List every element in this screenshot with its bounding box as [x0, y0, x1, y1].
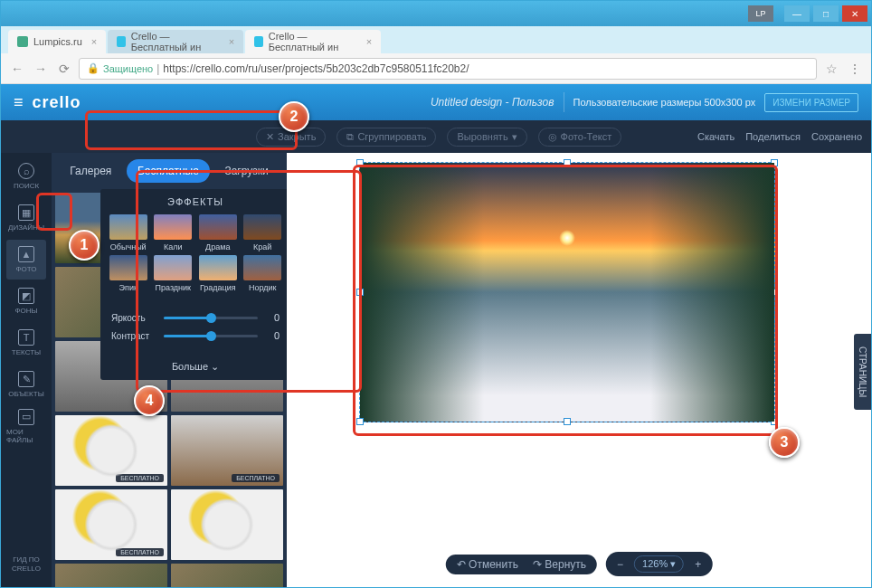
redo-button[interactable]: ↷ Вернуть: [529, 558, 590, 571]
rail-myfiles[interactable]: ▭МОИ ФАЙЛЫ: [6, 406, 46, 446]
close-icon[interactable]: ×: [229, 36, 234, 47]
free-badge: БЕСПЛАТНО: [116, 474, 164, 482]
forward-button[interactable]: →: [32, 60, 50, 78]
gallery-thumb[interactable]: [55, 564, 167, 587]
gallery-thumb[interactable]: БЕСПЛАТНО: [171, 415, 283, 486]
tab-title: Crello — Бесплатный ин: [131, 31, 220, 52]
hamburger-icon[interactable]: ≡: [14, 93, 24, 112]
fx-epic[interactable]: Эпик: [108, 255, 149, 292]
maximize-button[interactable]: □: [813, 5, 839, 22]
close-window-button[interactable]: ✕: [842, 5, 867, 22]
document-title[interactable]: Untitled design - Пользов: [431, 96, 554, 109]
align-button[interactable]: Выровнять ▾: [447, 128, 526, 147]
backgrounds-icon: ◩: [18, 288, 34, 304]
callout-3: 3: [769, 427, 800, 458]
resize-button[interactable]: ИЗМЕНИ РАЗМЕР: [764, 93, 858, 112]
fx-drama[interactable]: Драма: [197, 214, 239, 251]
lp-badge: LP: [748, 5, 773, 22]
reload-button[interactable]: ⟳: [55, 60, 73, 78]
zoom-level[interactable]: 126% ▾: [634, 555, 684, 573]
fx-grayscale[interactable]: Градация: [197, 255, 239, 292]
effects-panel: ЭФФЕКТЫ Обычный Кали Драма Край Эпик Пра…: [100, 189, 287, 380]
browser-tab-2[interactable]: Crello — Бесплатный ин×: [245, 30, 381, 53]
close-icon[interactable]: ×: [366, 36, 372, 47]
designs-icon: ▦: [18, 204, 34, 221]
fx-nordic[interactable]: Нордик: [242, 255, 284, 292]
contrast-slider[interactable]: Контраст 0: [111, 330, 280, 341]
back-button[interactable]: ←: [8, 60, 26, 78]
resize-handle[interactable]: [356, 418, 364, 425]
zoom-in-button[interactable]: +: [691, 558, 705, 571]
callout-1: 1: [69, 230, 100, 261]
gallery-thumb[interactable]: БЕСПЛАТНО: [55, 415, 167, 486]
download-button[interactable]: Скачать: [697, 131, 735, 142]
logo: crello: [33, 93, 81, 112]
undo-redo-group: ↶ Отменить ↷ Вернуть: [446, 555, 597, 574]
share-button[interactable]: Поделиться: [745, 131, 801, 142]
free-badge: БЕСПЛАТНО: [232, 474, 280, 482]
rail-photo[interactable]: ▲ФОТО: [6, 240, 46, 280]
rail-backgrounds[interactable]: ◩ФОНЫ: [6, 281, 46, 321]
pages-tab[interactable]: СТРАНИЦЫ: [854, 334, 871, 410]
browser-tab-1[interactable]: Crello — Бесплатный ин×: [108, 30, 243, 53]
rail-objects[interactable]: ✎ОБЪЕКТЫ: [6, 365, 46, 404]
lock-icon: 🔒: [87, 62, 100, 74]
callout-2: 2: [279, 101, 309, 132]
panel-tabs: Галерея Бесплатные Загрузки: [52, 153, 287, 189]
callout-4: 4: [134, 385, 165, 416]
rail-designs[interactable]: ▦ДИЗАЙНЫ: [6, 198, 46, 238]
fx-festive[interactable]: Праздник: [153, 255, 194, 292]
resize-handle[interactable]: [771, 159, 778, 166]
folder-icon: ▭: [18, 409, 34, 425]
side-rail: ⌕ПОИСК ▦ДИЗАЙНЫ ▲ФОТО ◩ФОНЫ TТЕКСТЫ ✎ОБЪ…: [1, 84, 52, 587]
contrast-value: 0: [265, 330, 280, 341]
fx-normal[interactable]: Обычный: [108, 214, 149, 251]
rail-texts[interactable]: TТЕКСТЫ: [6, 323, 46, 363]
zoom-out-button[interactable]: −: [613, 558, 627, 571]
fx-edge[interactable]: Край: [242, 214, 284, 251]
gallery-thumb[interactable]: БЕСПЛАТНО: [55, 489, 167, 560]
tab-uploads[interactable]: Загрузки: [213, 159, 279, 183]
minimize-button[interactable]: —: [784, 5, 810, 22]
resize-handle[interactable]: [564, 418, 571, 425]
gallery-thumb[interactable]: [171, 564, 283, 587]
gallery-thumb[interactable]: [171, 489, 283, 560]
free-badge: БЕСПЛАТНО: [116, 548, 164, 556]
contrast-label: Контраст: [111, 331, 156, 341]
text-icon: T: [18, 329, 34, 346]
canvas-main: СТРАНИЦЫ ↶ Отменить ↷ Вернуть − 126% ▾ +: [287, 84, 871, 587]
brightness-label: Яркость: [111, 313, 156, 323]
photo-icon: ▲: [18, 246, 34, 262]
close-icon[interactable]: ×: [91, 36, 97, 47]
browser-tab-0[interactable]: Lumpics.ru×: [8, 30, 106, 53]
brightness-slider[interactable]: Яркость 0: [111, 312, 280, 323]
browser-tabs: Lumpics.ru× Crello — Бесплатный ин× Crel…: [1, 26, 871, 53]
url-bar[interactable]: 🔒 Защищено | https://crello.com/ru/user/…: [79, 58, 817, 80]
tab-free[interactable]: Бесплатные: [127, 159, 210, 183]
fx-cali[interactable]: Кали: [153, 214, 194, 251]
url-text: https://crello.com/ru/user/projects/5b20…: [163, 62, 469, 75]
selected-image[interactable]: [359, 162, 775, 422]
more-button[interactable]: Больше ⌄: [100, 354, 287, 380]
menu-button[interactable]: ⋮: [846, 60, 864, 78]
tab-title: Crello — Бесплатный ин: [269, 31, 357, 52]
star-button[interactable]: ☆: [822, 60, 840, 78]
brightness-value: 0: [265, 312, 280, 323]
saved-status: Сохранено: [811, 131, 862, 142]
canvas-area[interactable]: СТРАНИЦЫ ↶ Отменить ↷ Вернуть − 126% ▾ +: [287, 153, 871, 587]
resize-handle[interactable]: [356, 159, 364, 166]
tab-gallery[interactable]: Галерея: [59, 159, 122, 183]
secure-label: Защищено: [103, 63, 153, 74]
app-topbar: ≡ crello Untitled design - Пользов Польз…: [1, 84, 871, 120]
resize-handle[interactable]: [564, 159, 571, 166]
resize-handle[interactable]: [771, 289, 778, 296]
resize-handle[interactable]: [356, 289, 364, 296]
canvas-size-label: Пользовательские размеры 500x300 px: [573, 97, 756, 108]
rail-guide[interactable]: ГИД ПО CRELLO: [6, 542, 46, 587]
search-icon: ⌕: [18, 163, 34, 179]
undo-button[interactable]: ↶ Отменить: [453, 558, 522, 571]
rail-search[interactable]: ⌕ПОИСК: [6, 156, 46, 196]
group-button[interactable]: ⧉ Сгруппировать: [336, 128, 436, 147]
phototext-button[interactable]: ◎ Фото-Текст: [538, 128, 622, 147]
resize-handle[interactable]: [771, 418, 778, 425]
